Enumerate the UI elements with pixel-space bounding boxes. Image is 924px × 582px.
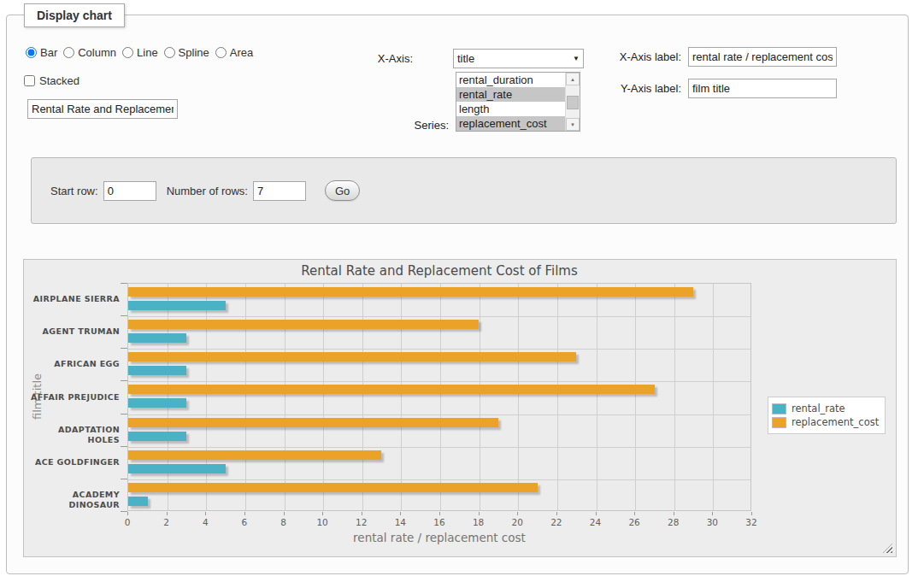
x-tick-label: 18: [466, 517, 491, 527]
series-option-rental_rate[interactable]: rental_rate: [456, 87, 565, 102]
series-options: rental_durationrental_ratelengthreplacem…: [456, 73, 565, 131]
chart-type-radio-spline[interactable]: [164, 47, 175, 58]
bar-replacement_cost: [128, 385, 655, 394]
x-axis-selected-value: title: [457, 52, 474, 65]
chart-type-radio-area[interactable]: [215, 47, 227, 58]
series-option-length[interactable]: length: [456, 102, 565, 116]
chart-title-input[interactable]: [27, 99, 178, 119]
bar-replacement_cost: [128, 352, 576, 362]
series-listbox[interactable]: rental_durationrental_ratelengthreplacem…: [456, 72, 580, 132]
y-tick-mark: [121, 414, 127, 414]
go-button[interactable]: Go: [325, 180, 360, 201]
grid-line-horizontal: [128, 479, 750, 480]
x-tick-label: 30: [699, 517, 725, 527]
scroll-up-icon[interactable]: ▲: [566, 73, 580, 85]
x-axis-select-label: X-Axis:: [359, 52, 413, 65]
y-tick-mark: [121, 380, 127, 381]
x-tick-mark: [439, 512, 440, 515]
y-axis-label-input[interactable]: [688, 79, 837, 98]
x-tick-mark: [674, 512, 674, 515]
category-label: ADAPTATION HOLES: [24, 425, 120, 445]
x-tick-mark: [362, 512, 362, 515]
category-label: AGENT TRUMAN: [24, 326, 120, 337]
x-tick-label: 4: [192, 517, 218, 527]
chart-type-radio-label: Area: [230, 46, 253, 59]
x-tick-mark: [322, 512, 323, 515]
series-label: Series:: [392, 119, 449, 132]
x-tick-mark: [167, 512, 168, 515]
bar-rental_rate: [128, 497, 148, 506]
x-tick-label: 24: [583, 517, 609, 527]
chart-type-option-bar[interactable]: Bar: [26, 46, 57, 59]
scroll-down-icon[interactable]: ▼: [566, 118, 580, 131]
chart-type-option-area[interactable]: Area: [215, 46, 253, 59]
bar-rental_rate: [128, 333, 186, 343]
x-tick-label: 32: [739, 517, 764, 527]
x-tick-mark: [284, 512, 285, 515]
bar-replacement_cost: [128, 450, 381, 460]
chart-type-radio-label: Bar: [40, 46, 57, 59]
start-row-label: Start row:: [50, 185, 98, 197]
series-scrollbar[interactable]: ▲ ▼: [565, 73, 580, 131]
grid-line-horizontal: [128, 447, 750, 448]
resize-grip-icon[interactable]: [883, 544, 892, 553]
chart-type-option-column[interactable]: Column: [63, 46, 116, 59]
x-axis-label-input[interactable]: [688, 47, 837, 67]
x-tick-label: 2: [154, 517, 180, 527]
legend-label: rental_rate: [792, 403, 845, 414]
series-option-replacement_cost[interactable]: replacement_cost: [456, 116, 565, 131]
grid-line-vertical: [713, 284, 714, 510]
grid-line-vertical: [245, 284, 246, 510]
start-row-input[interactable]: [103, 181, 156, 201]
stacked-checkbox[interactable]: [24, 75, 35, 86]
x-tick-label: 22: [544, 517, 569, 527]
grid-line-vertical: [674, 284, 675, 510]
category-label: ACE GOLDFINGER: [24, 457, 120, 467]
x-tick-mark: [244, 512, 245, 515]
grid-line-vertical: [323, 284, 324, 510]
chart-type-radio-bar[interactable]: [26, 47, 37, 58]
chart-type-option-spline[interactable]: Spline: [164, 46, 209, 59]
num-rows-label: Number of rows:: [167, 185, 248, 197]
series-option-rental_duration[interactable]: rental_duration: [456, 73, 565, 87]
x-tick-mark: [400, 512, 401, 515]
y-tick-mark: [121, 479, 127, 479]
x-tick-label: 28: [661, 517, 686, 527]
grid-line-vertical: [206, 284, 207, 510]
grid-line-horizontal: [128, 381, 750, 382]
row-controls-panel: Start row: Number of rows: Go: [31, 157, 897, 224]
x-tick-mark: [479, 512, 480, 515]
y-tick-mark: [121, 446, 127, 447]
x-tick-mark: [712, 512, 713, 515]
x-axis-select[interactable]: title ▼: [453, 49, 584, 68]
scrollbar-thumb[interactable]: [567, 96, 579, 109]
fieldset-legend: Display chart: [24, 3, 125, 27]
chart-x-axis-title: rental rate / replacement cost: [127, 531, 751, 544]
x-tick-label: 20: [504, 517, 530, 527]
legend-swatch-replacement_cost: [772, 417, 786, 428]
chart-type-radio-label: Line: [137, 46, 158, 59]
num-rows-input[interactable]: [253, 181, 306, 201]
grid-line-vertical: [401, 284, 402, 510]
x-tick-label: 0: [115, 517, 140, 527]
chart-legend: rental_ratereplacement_cost: [768, 397, 886, 434]
x-tick-mark: [634, 512, 635, 515]
grid-line-vertical: [480, 284, 480, 510]
grid-line-vertical: [285, 284, 285, 510]
grid-line-vertical: [168, 284, 168, 510]
y-axis-label-label: Y-Axis label:: [609, 82, 681, 95]
chevron-down-icon: ▼: [573, 55, 580, 62]
x-tick-label: 8: [271, 517, 297, 527]
stacked-checkbox-row[interactable]: Stacked: [24, 74, 79, 87]
chart-type-option-line[interactable]: Line: [122, 46, 158, 59]
chart-type-radio-column[interactable]: [63, 47, 74, 58]
bar-rental_rate: [128, 464, 226, 473]
chart-plot-area: [127, 283, 751, 511]
bar-replacement_cost: [128, 483, 538, 492]
chart-type-radio-line[interactable]: [122, 47, 133, 58]
y-tick-mark: [121, 511, 127, 512]
grid-line-vertical: [597, 284, 597, 510]
bar-rental_rate: [128, 301, 226, 310]
x-tick-mark: [556, 512, 557, 515]
grid-line-horizontal: [128, 316, 750, 317]
